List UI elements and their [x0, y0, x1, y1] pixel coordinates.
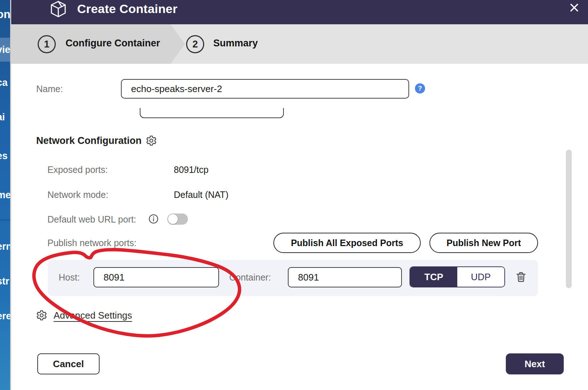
sidebar-item[interactable]: ca [0, 76, 10, 89]
trash-icon [514, 279, 528, 285]
name-input[interactable] [121, 79, 409, 99]
tab-summary[interactable]: Summary [213, 36, 258, 50]
publish-new-port-button[interactable]: Publish New Port [429, 233, 538, 253]
publish-all-exposed-ports-button[interactable]: Publish All Exposed Ports [273, 233, 421, 253]
advanced-settings-link[interactable]: Advanced Settings [54, 309, 132, 321]
network-settings-gear-icon[interactable] [146, 135, 157, 146]
close-icon [569, 9, 580, 14]
scrollbar-thumb[interactable] [566, 150, 572, 288]
toggle-knob [168, 214, 178, 224]
exposed-ports-label: Exposed ports: [47, 164, 108, 175]
dialog-title: Create Container [77, 1, 177, 16]
dialog-header: Create Container [11, 0, 588, 24]
container-cube-icon [50, 0, 67, 19]
step-2-number: 2 [186, 35, 204, 53]
cancel-button[interactable]: Cancel [37, 353, 100, 374]
sidebar-item[interactable]: ere [0, 310, 10, 323]
publish-network-ports-label: Publish network ports: [47, 237, 136, 249]
network-mode-value: Default (NAT) [174, 189, 228, 200]
host-port-input[interactable] [93, 267, 219, 287]
container-port-label: Container: [229, 271, 271, 283]
sidebar-item[interactable]: es [0, 149, 10, 162]
delete-port-button[interactable] [514, 270, 528, 285]
protocol-segmented-control: TCP UDP [410, 266, 505, 287]
sidebar-item[interactable]: me [0, 188, 10, 202]
default-web-url-port-label: Default web URL port: [47, 213, 136, 225]
advanced-settings-gear-icon[interactable] [36, 310, 47, 321]
step-1-number: 1 [38, 35, 56, 53]
protocol-tcp-segment[interactable]: TCP [410, 267, 457, 287]
sidebar-item[interactable]: vie [0, 43, 10, 56]
sidebar-item[interactable]: on [0, 8, 10, 21]
sidebar: on vie ca ai es me ern str ere [0, 0, 10, 390]
sidebar-item[interactable]: ern [0, 240, 10, 253]
help-icon[interactable]: ? [415, 83, 425, 94]
container-port-input[interactable] [288, 267, 402, 287]
screen: on vie ca ai es me ern str ere Create Co… [0, 0, 588, 390]
sidebar-divider [0, 220, 10, 220]
sidebar-item[interactable]: ai [0, 111, 10, 124]
close-button[interactable] [568, 2, 580, 14]
network-mode-label: Network mode: [47, 189, 108, 200]
network-configuration-title: Network Configuration [36, 134, 142, 147]
host-port-label: Host: [59, 271, 80, 283]
next-button[interactable]: Next [506, 353, 564, 374]
sidebar-item[interactable]: str [0, 275, 10, 288]
default-web-url-toggle[interactable] [167, 213, 188, 225]
name-label: Name: [36, 83, 63, 95]
clipped-input-fragment [140, 108, 284, 118]
protocol-udp-segment[interactable]: UDP [457, 267, 504, 287]
exposed-ports-value: 8091/tcp [174, 164, 209, 175]
info-icon[interactable] [148, 214, 159, 224]
tab-configure-container[interactable]: Configure Container [66, 36, 160, 50]
